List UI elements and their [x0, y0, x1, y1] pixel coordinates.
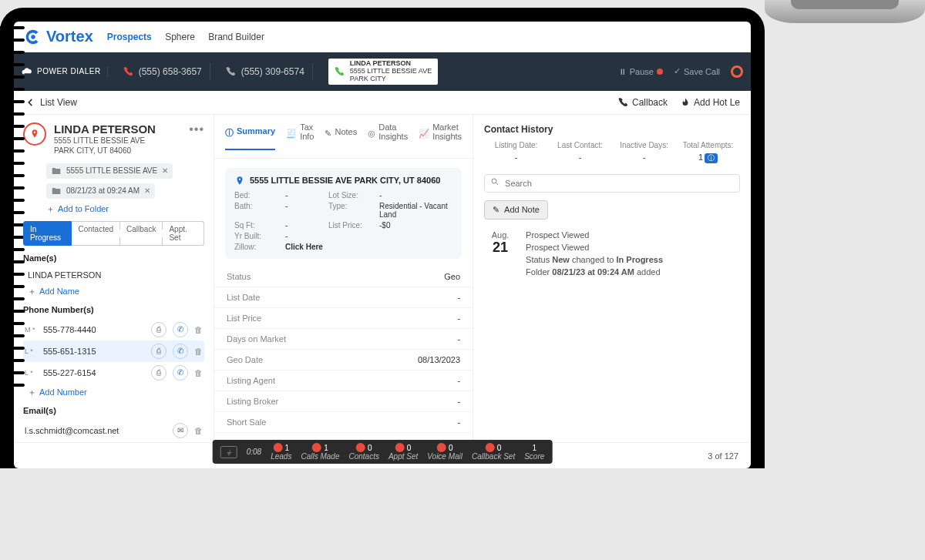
nav-prospects[interactable]: Prospects: [107, 32, 152, 42]
history-stats: Listing Date:- Last Contact:- Inactive D…: [484, 141, 740, 163]
lead-avatar: [23, 122, 46, 146]
dial-number-1[interactable]: (555) 658-3657: [116, 63, 210, 80]
lead-more-menu[interactable]: •••: [189, 122, 204, 136]
ekg-icon: ⏚: [220, 446, 237, 458]
phone-icon: [123, 66, 134, 77]
session-stats-bar: ⏚ 0:08 1Leads 1Calls Made 0Contacts 0App…: [213, 440, 553, 464]
contact-history-header: Contact History: [484, 124, 740, 135]
dial-number-3[interactable]: LINDA PETERSON 5555 LITTLE BESSIE AVE PA…: [321, 55, 446, 88]
chevron-left-icon: [25, 97, 35, 108]
dialer-bar: POWER DIALER (555) 658-3657 (555) 309-65…: [14, 52, 751, 91]
phone-row: M * 555-778-4440 ⎙ ✆ 🗑: [23, 319, 204, 340]
stat-icon: [312, 443, 321, 452]
history-panel: Contact History Listing Date:- Last Cont…: [473, 115, 751, 442]
remove-chip-icon[interactable]: ✕: [162, 166, 168, 175]
pin-icon: [234, 176, 245, 186]
print-phone-icon[interactable]: ⎙: [151, 344, 166, 359]
name-value: LINDA PETERSON: [23, 267, 204, 283]
add-to-folder-button[interactable]: ＋ Add to Folder: [46, 203, 204, 215]
phone-row: L * 555-227-6154 ⎙ ✆ 🗑: [23, 362, 204, 384]
history-search-input[interactable]: [484, 174, 740, 193]
stat-icon: [486, 443, 495, 452]
delete-email-icon[interactable]: 🗑: [194, 426, 203, 435]
phones-header: Phone Number(s): [23, 305, 204, 314]
tab-notes[interactable]: ✎ Notes: [325, 122, 357, 150]
print-phone-icon[interactable]: ⎙: [151, 322, 166, 337]
delete-phone-icon[interactable]: 🗑: [194, 325, 203, 334]
power-dialer-label: POWER DIALER: [22, 66, 108, 77]
dial-phone-icon[interactable]: ✆: [173, 365, 188, 381]
dial-phone-icon[interactable]: ✆: [173, 344, 188, 359]
property-card: 5555 LITTLE BESSIE AVE PARK CITY, UT 840…: [225, 168, 462, 259]
stage-appt-set[interactable]: Appt. Set: [163, 221, 204, 246]
top-nav: Vortex Prospects Sphere Brand Builder: [14, 22, 751, 52]
folder-chip-date[interactable]: 08/21/23 at 09:24 AM✕: [46, 183, 155, 199]
svg-point-1: [492, 179, 496, 183]
add-number-button[interactable]: ＋ Add Number: [28, 387, 204, 398]
dial-phone-icon[interactable]: ✆: [173, 322, 188, 337]
vortex-icon: [25, 29, 42, 45]
pager: 3 of 127: [708, 451, 738, 461]
print-phone-icon[interactable]: ⎙: [151, 365, 166, 381]
stat-icon: [274, 443, 283, 452]
delete-phone-icon[interactable]: 🗑: [194, 347, 203, 356]
remove-chip-icon[interactable]: ✕: [144, 186, 150, 195]
attempts-badge: ⓘ: [705, 153, 718, 163]
brand-logo: Vortex: [25, 28, 93, 45]
stat-icon: [356, 443, 365, 452]
add-note-button[interactable]: ✎ Add Note: [484, 200, 548, 220]
brand-name: Vortex: [46, 28, 93, 45]
stage-in-progress[interactable]: In Progress: [23, 221, 72, 246]
add-hot-lead-button[interactable]: Add Hot Le: [680, 97, 740, 108]
callback-icon: [618, 97, 629, 108]
back-to-list[interactable]: List View: [25, 97, 77, 108]
email-row: l.s.schmidt@comcast.net ✉ 🗑: [23, 420, 204, 441]
lead-name: LINDA PETERSON: [54, 122, 156, 136]
pin-icon: [29, 129, 40, 139]
timeline: Aug. 21 Prospect Viewed Prospect Viewed …: [484, 230, 740, 280]
dial-number-2[interactable]: (555) 309-6574: [218, 63, 313, 80]
callback-button[interactable]: Callback: [618, 97, 668, 108]
timeline-event: Status New changed to In Progress: [526, 255, 663, 264]
delete-phone-icon[interactable]: 🗑: [194, 368, 203, 377]
flame-icon: [680, 97, 691, 108]
lead-address-2: PARK CITY, UT 84060: [54, 146, 156, 156]
primary-nav: Prospects Sphere Brand Builder: [107, 32, 275, 42]
folder-icon: [51, 186, 62, 196]
cloud-icon: [22, 66, 32, 77]
lead-panel: LINDA PETERSON 5555 LITTLE BESSIE AVE PA…: [14, 115, 214, 442]
active-call-card: LINDA PETERSON 5555 LITTLE BESSIE AVE PA…: [328, 59, 438, 85]
timeline-event: Folder 08/21/23 at 09:24 AM added: [526, 267, 663, 277]
tab-summary[interactable]: ⓘ Summary: [225, 122, 275, 150]
timeline-date: Aug. 21: [484, 230, 516, 280]
stage-callback[interactable]: Callback: [120, 221, 163, 246]
tab-data-insights[interactable]: ◎ Data Insights: [368, 122, 408, 150]
email-icon[interactable]: ✉: [173, 423, 188, 438]
zillow-link[interactable]: Click Here: [285, 243, 324, 251]
stat-icon: [395, 443, 405, 452]
nav-brand-builder[interactable]: Brand Builder: [208, 32, 264, 42]
phone-row: L * 555-651-1315 ⎙ ✆ 🗑: [23, 340, 204, 362]
pause-button[interactable]: ⏸ Pause: [618, 65, 663, 78]
detail-panel: ⓘ Summary 🧾 Tax Info ✎ Notes ◎ Data Insi…: [214, 115, 473, 442]
add-name-button[interactable]: ＋ Add Name: [28, 286, 204, 297]
stat-icon: [437, 443, 446, 452]
save-call-button[interactable]: ✓ Save Call: [674, 65, 720, 78]
folder-icon: [51, 166, 62, 176]
lead-address-1: 5555 LITTLE BESSIE AVE: [54, 136, 156, 146]
phone-icon: [226, 66, 237, 77]
record-indicator-icon: [657, 69, 663, 75]
nav-sphere[interactable]: Sphere: [165, 32, 195, 42]
stage-contacted[interactable]: Contacted: [72, 221, 120, 246]
context-bar: List View Callback Add Hot Le: [14, 91, 751, 115]
end-call-button[interactable]: [731, 65, 743, 78]
names-header: Name(s): [23, 253, 204, 263]
search-icon: [490, 177, 500, 186]
tab-market-insights[interactable]: 📈 Market Insights: [419, 122, 462, 150]
folder-chip-address[interactable]: 5555 LITTLE BESSIE AVE✕: [46, 163, 173, 179]
phone-icon: [335, 66, 345, 77]
timeline-event: Prospect Viewed: [526, 230, 663, 240]
stage-selector: In Progress Contacted Callback Appt. Set: [23, 221, 204, 246]
svg-point-0: [31, 35, 35, 39]
tab-tax-info[interactable]: 🧾 Tax Info: [286, 122, 314, 150]
